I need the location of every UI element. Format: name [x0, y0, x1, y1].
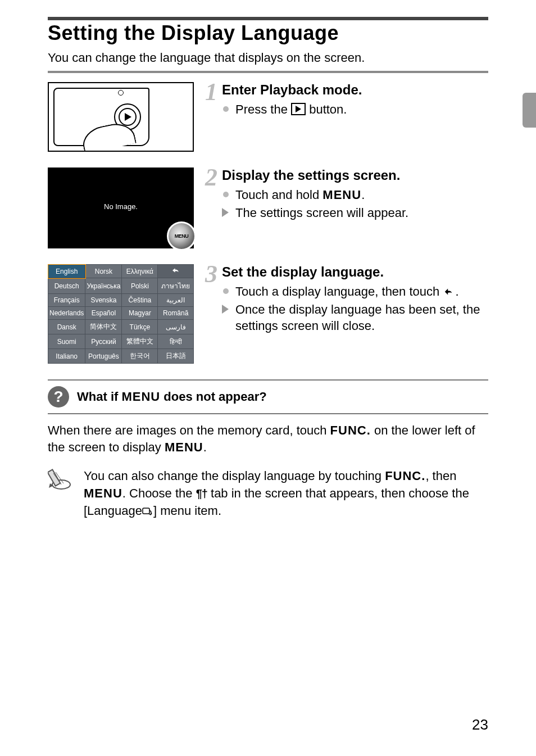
menu-glyph: MENU	[84, 486, 122, 500]
lang-cell: Ελληνικά	[122, 265, 158, 278]
menu-glyph: MENU	[121, 390, 160, 404]
tip-text: You can also change the display language…	[84, 468, 488, 519]
lang-cell: Magyar	[122, 307, 158, 320]
step-number: 1	[205, 80, 217, 105]
lang-cell: ภาษาไทย	[158, 278, 194, 294]
question-icon: ?	[48, 386, 69, 408]
func-glyph: FUNC.	[385, 469, 425, 483]
lang-cell: Polski	[122, 278, 158, 294]
svg-rect-1	[48, 470, 60, 486]
lang-cell: Suomi	[48, 334, 85, 349]
lang-cell: Українська	[85, 278, 122, 294]
lang-cell: 简体中文	[85, 320, 122, 334]
question-body: When there are images on the memory card…	[48, 422, 488, 455]
lang-cell: Svenska	[85, 294, 122, 307]
list-item: Once the display language has been set, …	[222, 301, 488, 334]
text: Touch a display language, then touch	[235, 284, 443, 298]
text: You can also change the display language…	[84, 469, 385, 483]
side-tab	[523, 93, 536, 128]
tools-tab-icon: ¶†	[196, 487, 207, 500]
text: Press the	[235, 102, 291, 116]
text: .	[455, 284, 458, 298]
camera-illustration	[48, 82, 194, 152]
lang-cell: English	[48, 265, 85, 278]
text: Once the display language has been set, …	[235, 302, 480, 333]
text: button.	[309, 102, 347, 116]
figure-3: EnglishNorskΕλληνικάDeutschУкраїнськаPol…	[48, 264, 194, 364]
text: does not appear?	[160, 390, 266, 404]
list-item: The settings screen will appear.	[222, 205, 488, 221]
text: . Choose the	[122, 486, 196, 500]
list-item: Touch a display language, then touch .	[222, 283, 488, 300]
lang-cell: Română	[158, 307, 194, 320]
text: .	[361, 188, 365, 202]
lang-cell: Nederlands	[48, 307, 85, 320]
text: The settings screen will appear.	[235, 206, 408, 220]
lang-cell: Deutsch	[48, 278, 85, 294]
text: When there are images on the memory card…	[48, 423, 330, 437]
step-number: 3	[205, 262, 217, 287]
page-title: Setting the Display Language	[48, 21, 488, 45]
bullet-dot-icon	[223, 106, 229, 112]
list-item: Press the button.	[222, 101, 488, 118]
lang-cell: فارسی	[158, 320, 194, 334]
lang-cell: Italiano	[48, 349, 85, 364]
step-2-list: Touch and hold MENU. The settings screen…	[222, 187, 488, 221]
menu-badge-icon: MENU	[167, 221, 196, 251]
figure-2: No Image. MENU	[48, 168, 194, 248]
lang-cell: हिन्दी	[158, 334, 194, 349]
lang-cell: Español	[85, 307, 122, 320]
lang-cell: Português	[85, 349, 122, 364]
text: Touch and hold	[235, 188, 322, 202]
tip-block: You can also change the display language…	[48, 468, 488, 519]
lang-cell: Dansk	[48, 320, 85, 334]
bullet-arrow-icon	[222, 305, 229, 314]
lang-cell: Türkçe	[122, 320, 158, 334]
step-3-row: EnglishNorskΕλληνικάDeutschУкраїнськаPol…	[48, 264, 488, 364]
bullet-dot-icon	[223, 192, 229, 197]
lang-cell: Русский	[85, 334, 122, 349]
svg-rect-4	[143, 508, 149, 514]
step-1-title: Enter Playback mode.	[222, 82, 488, 98]
step-2-row: No Image. MENU 2 Display the settings sc…	[48, 168, 488, 248]
lang-cell: 繁體中文	[122, 334, 158, 349]
bullet-dot-icon	[223, 288, 229, 294]
question-block: ? What if MENU does not appear?	[48, 379, 488, 414]
page-number: 23	[472, 716, 488, 734]
lang-cell: العربية	[158, 294, 194, 307]
lang-cell: Norsk	[85, 265, 122, 278]
no-image-screen: No Image. MENU	[48, 168, 194, 248]
lang-cell	[158, 265, 194, 278]
list-item: Touch and hold MENU.	[222, 187, 488, 203]
step-3-list: Touch a display language, then touch . O…	[222, 283, 488, 334]
intro-text: You can change the language that display…	[48, 51, 488, 65]
title-divider	[48, 71, 488, 73]
step-3-title: Set the display language.	[222, 264, 488, 280]
lang-cell: Français	[48, 294, 85, 307]
step-2-title: Display the settings screen.	[222, 168, 488, 183]
text: , then	[425, 469, 456, 483]
question-title: What if MENU does not appear?	[77, 390, 267, 404]
lang-cell: Čeština	[122, 294, 158, 307]
pencil-tip-icon	[48, 468, 72, 492]
figure-1	[48, 82, 194, 152]
text: ] menu item.	[153, 504, 221, 518]
lang-cell: 日本語	[158, 349, 194, 364]
language-table: EnglishNorskΕλληνικάDeutschУкраїнськаPol…	[48, 264, 194, 364]
menu-glyph: MENU	[165, 440, 203, 454]
return-icon	[443, 284, 455, 295]
manual-page: Setting the Display Language You can cha…	[0, 0, 536, 520]
text: .	[203, 440, 207, 454]
title-wrap: Setting the Display Language	[48, 17, 488, 45]
language-icon	[142, 504, 153, 514]
play-icon	[291, 103, 306, 115]
bullet-arrow-icon	[222, 208, 229, 217]
no-image-text: No Image.	[49, 202, 193, 211]
menu-glyph: MENU	[322, 188, 361, 202]
step-1-list: Press the button.	[222, 101, 488, 118]
func-glyph: FUNC.	[330, 423, 371, 437]
lang-cell: 한국어	[122, 349, 158, 364]
text: What if	[77, 390, 121, 404]
step-1-row: 1 Enter Playback mode. Press the button.	[48, 82, 488, 152]
step-number: 2	[205, 165, 217, 190]
